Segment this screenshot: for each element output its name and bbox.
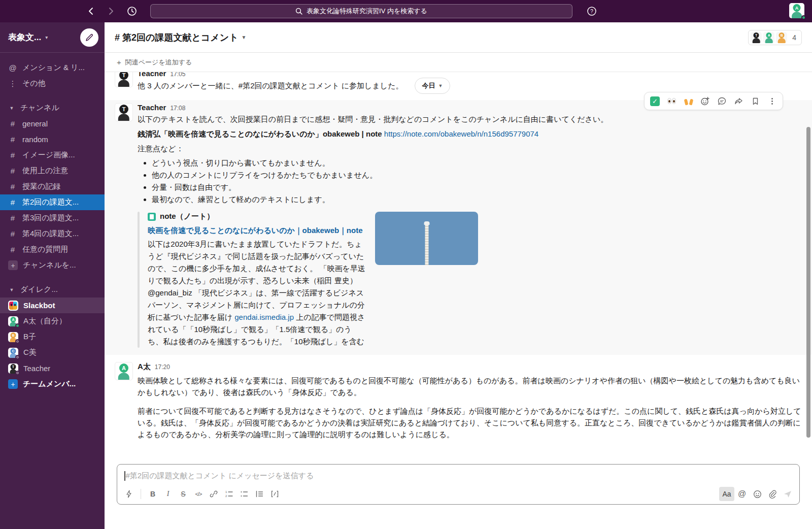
- search-input[interactable]: 表象文化論特殊研究演習IV 内を検索する: [150, 4, 572, 18]
- blockquote-button[interactable]: [252, 487, 267, 501]
- history-back-button[interactable]: [84, 4, 98, 18]
- sidebar-item-mentions[interactable]: @ メンション & リ...: [0, 60, 105, 76]
- sidebar-item-channel-images[interactable]: #イメージ画像...: [0, 147, 105, 163]
- sidebar-item-more[interactable]: ⋮ その他: [0, 76, 105, 91]
- ordered-list-button[interactable]: 12: [221, 487, 236, 501]
- italic-button[interactable]: I: [160, 487, 176, 501]
- hash-icon: #: [8, 167, 17, 175]
- date-divider-button[interactable]: 今日▼: [415, 78, 451, 94]
- attachment-title-link[interactable]: 映画を倍速で見ることのなにがわるいのか｜obakeweb｜note: [148, 224, 367, 236]
- avatar: B: [8, 332, 18, 342]
- search-icon: [295, 8, 302, 15]
- white-check-mark-emoji-icon: ✓: [650, 96, 660, 106]
- sidebar-item-channel-general[interactable]: #general: [0, 116, 105, 131]
- message-input[interactable]: #第2回の課題文献とコメント にメッセージを送信する: [117, 465, 799, 486]
- gendai-link[interactable]: gendai.ismedia.jp: [234, 313, 294, 321]
- channel-title[interactable]: # 第2回の課題文献とコメント: [115, 31, 239, 44]
- code-block-button[interactable]: [267, 487, 282, 501]
- text-cursor: [124, 471, 125, 481]
- user-avatar[interactable]: A: [789, 3, 804, 20]
- hash-icon: #: [8, 135, 17, 144]
- shortcuts-lightning-button[interactable]: [121, 487, 137, 501]
- hash-icon: #: [8, 198, 17, 207]
- avatar: T: [115, 72, 133, 87]
- sidebar-item-channel-questions[interactable]: #任意の質問用: [0, 242, 105, 257]
- sidebar-item-dm-bko[interactable]: B B子: [0, 329, 105, 345]
- sidebar-item-channel-records[interactable]: #授業の記録: [0, 179, 105, 194]
- attach-file-button[interactable]: [765, 487, 780, 501]
- show-formatting-button[interactable]: Aa: [719, 487, 734, 501]
- sidebar-item-dm-teacher[interactable]: T Teacher: [0, 360, 105, 376]
- message-timestamp[interactable]: 17:05: [170, 72, 185, 78]
- save-bookmark-button[interactable]: [748, 94, 763, 108]
- sidebar-item-channel-usage[interactable]: #使用上の注意: [0, 163, 105, 179]
- invite-members-button[interactable]: + チームメンバ...: [0, 376, 105, 392]
- bullet-list-button[interactable]: [236, 487, 252, 501]
- attachment-thumbnail-image[interactable]: [375, 212, 478, 265]
- bold-button[interactable]: B: [145, 487, 160, 501]
- hash-icon: #: [8, 214, 17, 222]
- member-count: 4: [792, 34, 796, 42]
- history-clock-icon[interactable]: [125, 4, 139, 18]
- hash-icon: #: [8, 182, 17, 191]
- strikethrough-button[interactable]: S: [176, 487, 191, 501]
- message-paragraph: 映画体験として総称される様々な要素には、回復可能であるものと回復不可能な（可能性…: [138, 375, 802, 398]
- quick-reaction-hands-button[interactable]: [681, 94, 696, 108]
- sidebar-item-channel-session3[interactable]: #第3回の課題文...: [0, 210, 105, 226]
- scrollbar-thumb[interactable]: [806, 127, 810, 438]
- channel-header: # 第2回の課題文献とコメント ▼ T A B 4: [105, 22, 812, 53]
- bullet-item: どういう視点・切り口から書いてもかまいません。: [152, 157, 802, 169]
- quick-reaction-eyes-button[interactable]: [664, 94, 680, 108]
- message-author[interactable]: Teacher: [138, 103, 166, 112]
- composer-area: #第2回の課題文献とコメント にメッセージを送信する B I S </>: [105, 462, 812, 505]
- help-button[interactable]: ?: [585, 4, 599, 18]
- inline-code-button[interactable]: </>: [191, 487, 206, 501]
- emoji-button[interactable]: [750, 487, 765, 501]
- quick-reaction-check-button[interactable]: ✓: [647, 94, 663, 108]
- svg-text:?: ?: [590, 9, 593, 14]
- channels-section-header[interactable]: ▼ チャンネル: [0, 100, 105, 116]
- message-timestamp[interactable]: 17:08: [170, 105, 185, 112]
- sidebar-item-dm-self[interactable]: A A太（自分）: [0, 313, 105, 329]
- avatar: A: [115, 362, 133, 380]
- channel-members-button[interactable]: T A B 4: [748, 30, 802, 45]
- at-icon: @: [8, 63, 17, 72]
- reference-url-link[interactable]: https://note.com/obakeweb/n/n156d9577907…: [384, 129, 538, 138]
- plus-icon: +: [117, 58, 121, 67]
- caret-down-icon: ▼: [8, 287, 15, 292]
- sidebar-item-channel-random[interactable]: #random: [0, 131, 105, 147]
- attachment-provider: note（ノート）: [160, 212, 214, 221]
- presence-offline-dot: [15, 339, 20, 344]
- send-message-button[interactable]: [780, 487, 795, 501]
- more-actions-button[interactable]: [764, 94, 780, 108]
- hash-icon: #: [8, 229, 17, 238]
- sidebar-item-dm-cmi[interactable]: C C美: [0, 345, 105, 360]
- top-bar: 表象文化論特殊研究演習IV 内を検索する ? A: [0, 0, 812, 22]
- caret-down-icon: ▼: [8, 106, 15, 111]
- share-message-button[interactable]: [731, 94, 747, 108]
- history-forward-button[interactable]: [104, 4, 118, 18]
- message-composer[interactable]: #第2回の課題文献とコメント にメッセージを送信する B I S </>: [117, 464, 800, 505]
- sidebar-item-dm-slackbot[interactable]: Slackbot: [0, 297, 105, 313]
- slackbot-avatar: [8, 301, 18, 311]
- add-related-pages-button[interactable]: + 関連ページを追加する: [105, 53, 812, 72]
- join-message-text: 他 3 人のメンバーと一緒に、#第2回の課題文献とコメント に参加しました。: [138, 81, 403, 91]
- mention-button[interactable]: @: [734, 487, 750, 501]
- hash-icon: #: [8, 151, 17, 159]
- avatar: T: [115, 103, 133, 121]
- message-timestamp[interactable]: 17:20: [155, 363, 170, 371]
- dms-section-header[interactable]: ▼ ダイレク...: [0, 282, 105, 297]
- workspace-name[interactable]: 表象文...: [8, 31, 41, 43]
- link-button[interactable]: [206, 487, 221, 501]
- workspace-header[interactable]: 表象文... ▾: [0, 22, 105, 53]
- add-channel-button[interactable]: + チャンネルを...: [0, 257, 105, 273]
- new-message-button[interactable]: [80, 28, 98, 47]
- sidebar-item-channel-session2-selected[interactable]: #第2回の課題文...: [0, 194, 105, 210]
- message-author[interactable]: Teacher: [138, 72, 166, 78]
- svg-text:2: 2: [225, 494, 227, 498]
- add-reaction-button[interactable]: [697, 94, 713, 108]
- sidebar-item-channel-session4[interactable]: #第4回の課題文...: [0, 226, 105, 242]
- message-author[interactable]: A太: [138, 362, 151, 372]
- reply-in-thread-button[interactable]: [714, 94, 730, 108]
- composer-bottom-gap: [105, 505, 812, 529]
